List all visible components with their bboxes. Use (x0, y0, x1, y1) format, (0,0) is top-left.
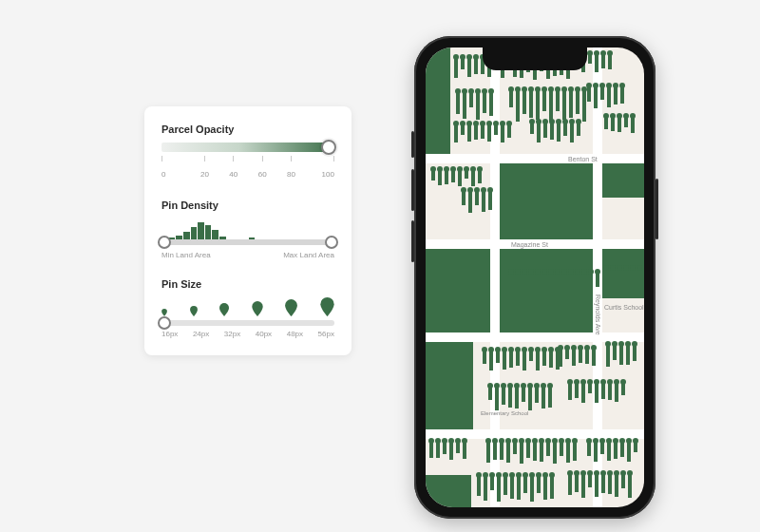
pin-density-histogram (162, 222, 334, 241)
map-parcel (500, 249, 593, 332)
parcel-opacity-title: Parcel Opacity (162, 124, 334, 135)
pin-icon (320, 297, 334, 316)
map-parcel (426, 249, 490, 332)
pin-density-slider[interactable] (162, 218, 334, 249)
pin-icon (162, 309, 167, 316)
pin-size-ticks: 16px 24px 32px 40px 48px 56px (162, 330, 334, 338)
pin-size-previews (162, 297, 334, 316)
pin-size-title: Pin Size (162, 278, 334, 290)
phone-volume-up (411, 169, 414, 211)
poi-label-curtis: Curtis School (604, 304, 644, 311)
pin-icon (190, 306, 198, 316)
parcel-opacity-handle[interactable] (321, 140, 336, 155)
map-parcel (426, 48, 450, 154)
phone-mockup: Benton St Magazine St Curtis School Elem… (414, 36, 656, 519)
pin-density-max-label: Max Land Area (283, 251, 334, 259)
parcel-opacity-slider[interactable] (162, 142, 334, 152)
pin-density-track (162, 239, 334, 245)
street-label-magazine: Magazine St (511, 241, 548, 248)
pin-icon (252, 301, 263, 316)
map-parcel (500, 163, 593, 239)
pin-density-handle-max[interactable] (325, 236, 338, 249)
pin-density-group: Pin Density Min Land Area Max Land Area (162, 200, 334, 259)
map-parcel (602, 163, 644, 198)
phone-mute-switch (411, 131, 414, 158)
pin-density-labels: Min Land Area Max Land Area (162, 251, 334, 259)
map-settings-card: Parcel Opacity 0 20 40 60 80 100 Pin Den… (144, 106, 352, 355)
pin-size-group: Pin Size 16px 24px 32px 40px 48px 56px (162, 278, 334, 338)
pin-density-min-label: Min Land Area (162, 251, 211, 259)
pin-density-title: Pin Density (162, 200, 334, 211)
street-label-benton: Benton St (568, 156, 598, 162)
street-label-reynolds: Reynolds Ave (595, 294, 601, 335)
pin-icon (285, 299, 297, 316)
map-road (426, 154, 644, 163)
parcel-opacity-ticks: 0 20 40 60 80 100 (162, 156, 334, 180)
parcel-opacity-group: Parcel Opacity 0 20 40 60 80 100 (162, 124, 334, 180)
map-parcel (426, 475, 471, 507)
map-parcel (426, 342, 473, 429)
poi-label-elementary: Elementary School (481, 410, 528, 416)
pin-icon (219, 303, 229, 316)
phone-volume-down (411, 220, 414, 262)
pin-size-slider[interactable] (162, 320, 334, 326)
pin-density-handle-min[interactable] (158, 236, 171, 249)
map-view[interactable]: Benton St Magazine St Curtis School Elem… (426, 48, 644, 507)
pin-size-handle[interactable] (158, 316, 171, 330)
phone-power-button (656, 179, 658, 239)
map-road (426, 332, 644, 342)
phone-notch (483, 48, 587, 70)
